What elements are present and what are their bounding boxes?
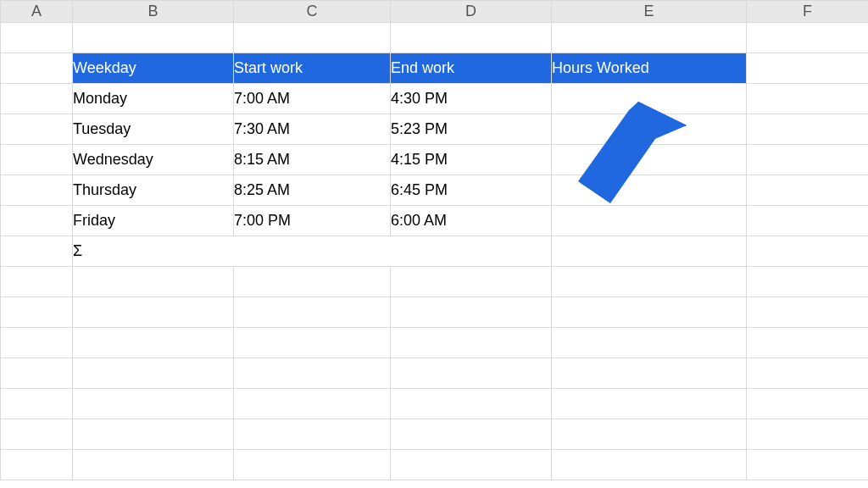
- cell[interactable]: [1, 297, 73, 328]
- cell-weekday[interactable]: Thursday: [73, 175, 234, 206]
- cell-hours[interactable]: [552, 84, 747, 114]
- worksheet-table[interactable]: A B C D E F Weekday Start work End work …: [0, 0, 868, 480]
- cell[interactable]: [747, 358, 869, 389]
- cell[interactable]: [1, 175, 73, 206]
- cell[interactable]: [1, 328, 73, 358]
- cell[interactable]: [1, 53, 73, 84]
- table-header-end[interactable]: End work: [391, 53, 552, 84]
- cell-weekday[interactable]: Tuesday: [73, 114, 234, 145]
- cell[interactable]: [747, 145, 869, 175]
- cell[interactable]: [552, 358, 747, 389]
- table-row: Thursday 8:25 AM 6:45 PM: [1, 175, 869, 206]
- cell[interactable]: [552, 297, 747, 328]
- cell[interactable]: [234, 419, 391, 450]
- table-row: Tuesday 7:30 AM 5:23 PM: [1, 114, 869, 145]
- cell[interactable]: [747, 389, 869, 419]
- cell[interactable]: [552, 389, 747, 419]
- spreadsheet-grid[interactable]: A B C D E F Weekday Start work End work …: [0, 0, 868, 488]
- cell[interactable]: [391, 358, 552, 389]
- cell[interactable]: [73, 450, 234, 480]
- cell[interactable]: [73, 297, 234, 328]
- cell[interactable]: [234, 23, 391, 53]
- table-header-hours[interactable]: Hours Worked: [552, 53, 747, 84]
- cell-start[interactable]: 8:25 AM: [234, 175, 391, 206]
- cell[interactable]: [1, 267, 73, 297]
- cell-end[interactable]: 4:15 PM: [391, 145, 552, 175]
- cell[interactable]: [234, 297, 391, 328]
- cell-start[interactable]: 8:15 AM: [234, 145, 391, 175]
- cell[interactable]: [1, 358, 73, 389]
- cell[interactable]: [1, 206, 73, 236]
- cell[interactable]: [552, 419, 747, 450]
- cell[interactable]: [1, 419, 73, 450]
- cell[interactable]: [391, 267, 552, 297]
- cell[interactable]: [747, 419, 869, 450]
- col-header-F[interactable]: F: [747, 1, 869, 23]
- cell[interactable]: [1, 145, 73, 175]
- cell[interactable]: [391, 450, 552, 480]
- cell-start[interactable]: 7:00 PM: [234, 206, 391, 236]
- cell[interactable]: [391, 23, 552, 53]
- table-row: Monday 7:00 AM 4:30 PM: [1, 84, 869, 114]
- table-header-weekday[interactable]: Weekday: [73, 53, 234, 84]
- cell-start[interactable]: 7:00 AM: [234, 84, 391, 114]
- sum-symbol-cell[interactable]: Σ: [73, 236, 552, 267]
- table-row: Wednesday 8:15 AM 4:15 PM: [1, 145, 869, 175]
- cell-hours[interactable]: [552, 145, 747, 175]
- cell[interactable]: [234, 358, 391, 389]
- cell[interactable]: [1, 84, 73, 114]
- cell[interactable]: [552, 267, 747, 297]
- cell[interactable]: [1, 114, 73, 145]
- cell[interactable]: [73, 328, 234, 358]
- cell[interactable]: [73, 23, 234, 53]
- cell-end[interactable]: 6:45 PM: [391, 175, 552, 206]
- cell[interactable]: [552, 328, 747, 358]
- cell[interactable]: [747, 114, 869, 145]
- cell[interactable]: [391, 328, 552, 358]
- cell[interactable]: [747, 297, 869, 328]
- cell-weekday[interactable]: Monday: [73, 84, 234, 114]
- cell[interactable]: [552, 450, 747, 480]
- cell-start[interactable]: 7:30 AM: [234, 114, 391, 145]
- cell[interactable]: [747, 267, 869, 297]
- cell-end[interactable]: 6:00 AM: [391, 206, 552, 236]
- cell[interactable]: [747, 175, 869, 206]
- cell[interactable]: [234, 389, 391, 419]
- cell[interactable]: [552, 23, 747, 53]
- cell[interactable]: [747, 23, 869, 53]
- cell[interactable]: [73, 358, 234, 389]
- cell[interactable]: [391, 389, 552, 419]
- cell[interactable]: [747, 206, 869, 236]
- col-header-A[interactable]: A: [1, 1, 73, 23]
- col-header-D[interactable]: D: [391, 1, 552, 23]
- cell[interactable]: [73, 389, 234, 419]
- cell[interactable]: [73, 419, 234, 450]
- cell-weekday[interactable]: Friday: [73, 206, 234, 236]
- col-header-E[interactable]: E: [552, 1, 747, 23]
- cell[interactable]: [747, 328, 869, 358]
- col-header-B[interactable]: B: [73, 1, 234, 23]
- cell[interactable]: [234, 328, 391, 358]
- cell[interactable]: [1, 450, 73, 480]
- cell-hours[interactable]: [552, 175, 747, 206]
- col-header-C[interactable]: C: [234, 1, 391, 23]
- cell-hours[interactable]: [552, 114, 747, 145]
- cell[interactable]: [747, 450, 869, 480]
- cell[interactable]: [747, 53, 869, 84]
- cell[interactable]: [1, 23, 73, 53]
- cell-end[interactable]: 5:23 PM: [391, 114, 552, 145]
- cell[interactable]: [234, 450, 391, 480]
- cell-hours[interactable]: [552, 206, 747, 236]
- cell-weekday[interactable]: Wednesday: [73, 145, 234, 175]
- cell[interactable]: [1, 236, 73, 267]
- table-header-start[interactable]: Start work: [234, 53, 391, 84]
- cell[interactable]: [747, 84, 869, 114]
- cell[interactable]: [234, 267, 391, 297]
- sum-hours-cell[interactable]: [552, 236, 747, 267]
- cell-end[interactable]: 4:30 PM: [391, 84, 552, 114]
- cell[interactable]: [747, 236, 869, 267]
- cell[interactable]: [391, 419, 552, 450]
- cell[interactable]: [1, 389, 73, 419]
- cell[interactable]: [73, 267, 234, 297]
- cell[interactable]: [391, 297, 552, 328]
